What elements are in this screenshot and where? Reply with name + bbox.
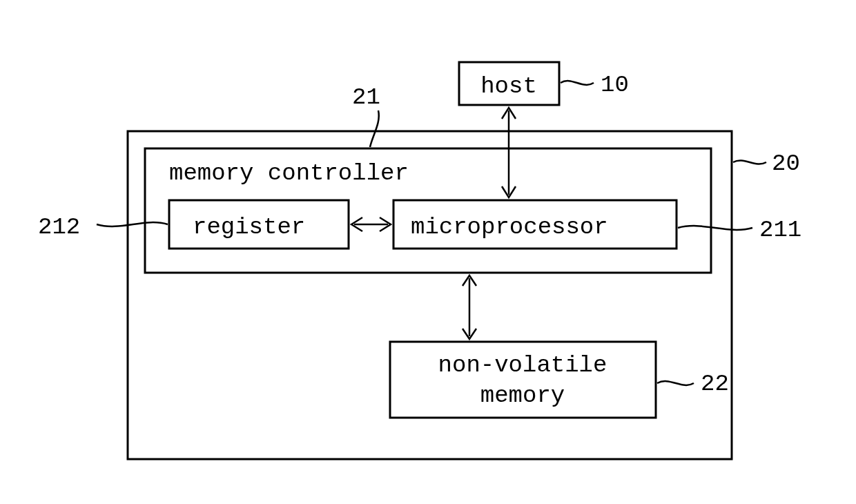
register-label: register	[193, 214, 305, 240]
arrow-host-microprocessor	[502, 108, 516, 197]
leader-22: 22	[657, 371, 729, 397]
nvm-label-line1: non-volatile	[438, 352, 607, 378]
ref-22: 22	[701, 371, 729, 397]
memory-controller-label: memory controller	[169, 160, 409, 186]
leader-21: 21	[352, 84, 380, 147]
ref-211: 211	[759, 217, 801, 243]
block-diagram: memory controller register microprocesso…	[0, 0, 856, 504]
microprocessor-label: microprocessor	[411, 214, 608, 240]
host-label: host	[480, 73, 537, 99]
nvm-label-line2: memory	[480, 382, 565, 409]
leader-20: 20	[733, 151, 800, 177]
ref-20: 20	[772, 151, 800, 177]
leader-10: 10	[561, 72, 629, 98]
leader-212: 212	[38, 214, 168, 240]
ref-21: 21	[352, 84, 380, 110]
ref-212: 212	[38, 214, 80, 240]
leader-211: 211	[678, 217, 801, 243]
ref-10: 10	[601, 72, 629, 98]
arrow-register-microprocessor	[351, 217, 391, 231]
arrow-microprocessor-nvm	[463, 275, 476, 339]
